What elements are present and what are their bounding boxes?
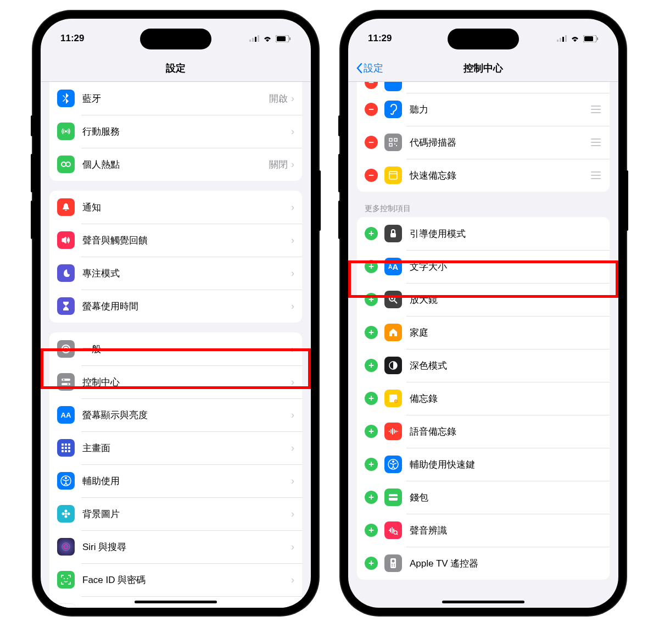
row-label: 主畫面	[82, 442, 291, 454]
row-screentime[interactable]: 螢幕使用時間 ›	[49, 290, 302, 323]
home-indicator[interactable]	[135, 601, 217, 603]
chevron-right-icon: ›	[291, 93, 294, 104]
row-codescanner[interactable]: – 代碼掃描器	[357, 126, 610, 159]
bell-icon	[57, 198, 75, 216]
row-label: 聲音與觸覺回饋	[82, 234, 291, 247]
add-button[interactable]: +	[365, 326, 378, 339]
lock-icon	[384, 225, 402, 242]
row-value: 開啟	[269, 92, 288, 105]
row-wallet[interactable]: + 錢包	[357, 481, 610, 514]
row-quicknote[interactable]: – 快速備忘錄	[357, 159, 610, 192]
row-home[interactable]: + 家庭	[357, 316, 610, 349]
drag-handle-icon[interactable]	[590, 138, 602, 146]
drag-handle-icon[interactable]	[590, 106, 602, 113]
settings-group-connectivity: 藍牙 開啟 › 行動服務 › 個人熱點 關閉 ›	[49, 82, 302, 181]
row-music-recognition-cut[interactable]: –	[357, 82, 610, 93]
add-button[interactable]: +	[365, 392, 378, 405]
settings-content[interactable]: 藍牙 開啟 › 行動服務 › 個人熱點 關閉 ›	[41, 82, 311, 608]
row-soundrecognition[interactable]: + 聲音辨識	[357, 514, 610, 547]
row-textsize[interactable]: + AA 文字大小	[357, 250, 610, 283]
row-hotspot[interactable]: 個人熱點 關閉 ›	[49, 148, 302, 181]
svg-point-7	[65, 130, 67, 132]
ear-icon	[384, 101, 402, 118]
svg-rect-20	[65, 447, 67, 449]
add-button[interactable]: +	[365, 458, 378, 471]
svg-rect-44	[394, 138, 397, 141]
status-indicators	[557, 35, 599, 42]
row-label: 聲音辨識	[410, 524, 602, 537]
add-button[interactable]: +	[365, 491, 378, 504]
chevron-right-icon: ›	[291, 607, 294, 608]
row-label: Face ID 與密碼	[82, 574, 291, 586]
svg-point-27	[65, 513, 67, 515]
row-guidedaccess[interactable]: + 引導使用模式	[357, 217, 610, 250]
page-title: 設定	[166, 62, 186, 75]
svg-point-33	[64, 545, 68, 549]
add-button[interactable]: +	[365, 260, 378, 273]
add-button[interactable]: +	[365, 227, 378, 240]
svg-rect-45	[389, 143, 392, 146]
row-label: 一般	[82, 343, 291, 356]
remove-button[interactable]: –	[365, 103, 378, 116]
row-siri[interactable]: Siri 與搜尋 ›	[49, 530, 302, 563]
remove-button[interactable]: –	[365, 169, 378, 182]
home-indicator[interactable]	[442, 601, 524, 603]
row-magnifier[interactable]: + 放大鏡	[357, 283, 610, 316]
battery-icon	[276, 35, 291, 42]
row-label: 代碼掃描器	[410, 136, 590, 149]
row-accessibility-shortcut[interactable]: + 輔助使用快速鍵	[357, 448, 610, 481]
row-voicememos[interactable]: + 語音備忘錄	[357, 415, 610, 448]
remove-button[interactable]: –	[365, 136, 378, 149]
svg-point-26	[65, 477, 67, 479]
remove-button[interactable]: –	[365, 82, 378, 89]
row-accessibility[interactable]: 輔助使用 ›	[49, 464, 302, 497]
dynamic-island	[140, 29, 211, 49]
row-wallpaper[interactable]: 背景圖片 ›	[49, 497, 302, 530]
row-faceid[interactable]: Face ID 與密碼 ›	[49, 563, 302, 596]
svg-rect-6	[289, 37, 291, 40]
back-button[interactable]: 設定	[356, 62, 383, 75]
svg-point-8	[62, 162, 66, 166]
settings-group-notifications: 通知 › 聲音與觸覺回饋 › 專注模式 › 螢幕使用時間 ›	[49, 191, 302, 323]
svg-point-35	[67, 578, 68, 579]
add-button[interactable]: +	[365, 425, 378, 438]
add-button[interactable]: +	[365, 293, 378, 306]
svg-rect-5	[277, 36, 286, 41]
row-bluetooth[interactable]: 藍牙 開啟 ›	[49, 82, 302, 115]
notes-icon	[384, 390, 402, 407]
music-icon	[384, 82, 402, 91]
row-sounds[interactable]: 聲音與觸覺回饋 ›	[49, 224, 302, 257]
row-darkmode[interactable]: + 深色模式	[357, 349, 610, 382]
add-button[interactable]: +	[365, 359, 378, 372]
row-homescreen[interactable]: 主畫面 ›	[49, 431, 302, 464]
row-appletv-remote[interactable]: + Apple TV 遙控器	[357, 547, 610, 580]
row-controlcenter[interactable]: 控制中心 ›	[49, 365, 302, 398]
chevron-right-icon: ›	[291, 442, 294, 454]
add-button[interactable]: +	[365, 557, 378, 570]
svg-point-29	[65, 515, 68, 518]
row-value: 關閉	[269, 158, 288, 171]
phone-left: 11:29 設定 藍牙 開啟 › 行動服務 ›	[33, 11, 319, 615]
row-notes[interactable]: + 備忘錄	[357, 382, 610, 415]
siri-icon	[57, 538, 75, 556]
row-label: 快速備忘錄	[410, 169, 590, 182]
row-display[interactable]: AA 螢幕顯示與亮度 ›	[49, 398, 302, 431]
row-general[interactable]: 一般 ›	[49, 332, 302, 365]
row-hearing[interactable]: – 聽力	[357, 93, 610, 126]
svg-rect-3	[258, 35, 259, 42]
svg-point-60	[392, 560, 395, 563]
row-label: 專注模式	[82, 267, 291, 280]
add-button[interactable]: +	[365, 524, 378, 537]
switches-icon	[57, 373, 75, 391]
controlcenter-content[interactable]: – – 聽力 – 代碼掃描器 – 快速備	[348, 82, 618, 608]
svg-point-15	[68, 384, 69, 385]
row-focus[interactable]: 專注模式 ›	[49, 257, 302, 290]
row-cellular[interactable]: 行動服務 ›	[49, 115, 302, 148]
row-notifications[interactable]: 通知 ›	[49, 191, 302, 224]
drag-handle-icon[interactable]	[590, 171, 602, 179]
svg-rect-36	[557, 40, 559, 42]
dynamic-island	[448, 29, 519, 49]
darkmode-icon	[384, 357, 402, 374]
svg-rect-38	[562, 37, 564, 42]
grid-icon	[57, 439, 75, 457]
